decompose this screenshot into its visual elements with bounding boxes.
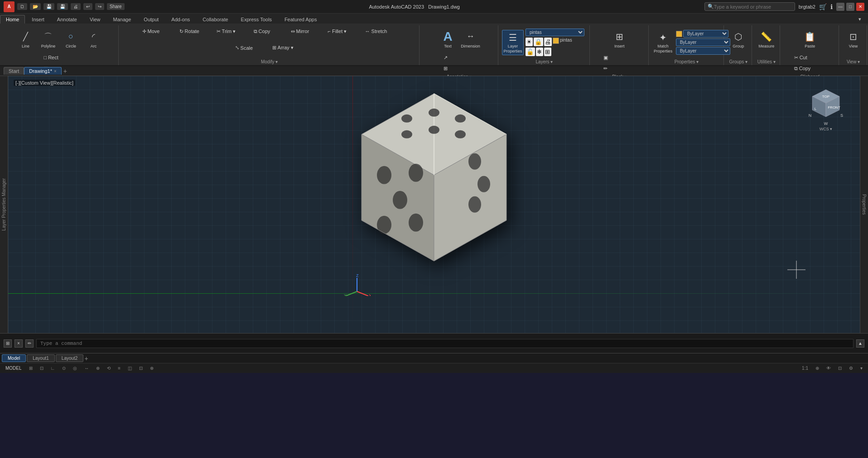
line-button[interactable]: ╱ Line <box>14 26 36 52</box>
layer-icon1-button[interactable]: ☀ <box>526 38 533 46</box>
fillet-button[interactable]: ⌐Fillet ▾ <box>326 26 362 36</box>
maximize-button[interactable]: □ <box>846 3 854 11</box>
tab-featured[interactable]: Featured Apps <box>279 15 323 24</box>
layer-freeze-button[interactable]: ❄ <box>536 48 543 56</box>
copy-button[interactable]: ⧉Copy <box>251 26 288 36</box>
autocad-logo-icon[interactable]: A <box>4 1 14 12</box>
cmd-settings-icon[interactable]: ⊞ <box>4 339 12 348</box>
match-properties-button[interactable]: ✦ MatchProperties <box>652 30 674 55</box>
tab-manage[interactable]: Manage <box>107 15 137 24</box>
viewcube-svg[interactable]: TOP L FRONT W N S WCS ▾ <box>805 85 846 130</box>
command-input[interactable] <box>36 339 854 348</box>
selection-button[interactable]: ⊡ <box>137 365 145 371</box>
rotate-button[interactable]: ↻Rotate <box>177 26 213 36</box>
redo-button[interactable]: ↪ <box>95 3 104 10</box>
annotation-scale-label[interactable]: 1:1 <box>800 365 810 371</box>
model-tab[interactable]: Model <box>2 354 26 362</box>
move-button[interactable]: ✛Move <box>140 26 176 36</box>
group-button[interactable]: ⬡ Group <box>728 26 749 52</box>
cmd-close-button[interactable]: × <box>14 339 23 348</box>
saveas-button[interactable]: 💾 <box>57 3 68 10</box>
close-button[interactable]: ✕ <box>856 3 864 11</box>
polar-button[interactable]: ⊙ <box>60 365 68 371</box>
info-icon[interactable]: ℹ <box>830 3 833 10</box>
mirror-button[interactable]: ⇔Mirror <box>289 26 325 36</box>
array-button[interactable]: ⊞Array ▾ <box>270 43 306 53</box>
rect-button[interactable]: □Rect <box>41 52 77 62</box>
print-button[interactable]: 🖨 <box>71 3 81 10</box>
tab-custom[interactable]: ▾ <box>853 14 867 24</box>
transparency-button[interactable]: ◫ <box>126 365 134 371</box>
save-button[interactable]: 💾 <box>43 3 54 10</box>
left-sidebar-panel[interactable]: Layer Properties Manager <box>0 76 8 333</box>
minimize-button[interactable]: — <box>836 3 844 11</box>
tab-addons[interactable]: Add-ons <box>165 15 196 24</box>
circle-button[interactable]: ○ Circle <box>60 26 82 52</box>
zoom-plus-button[interactable]: ⊕ <box>814 365 821 371</box>
ortho-button[interactable]: ∟ <box>49 365 57 371</box>
arc-button[interactable]: ◜ Arc <box>82 26 104 52</box>
osnap-button[interactable]: ◎ <box>71 365 79 371</box>
new-button[interactable]: 🗋 <box>17 3 27 10</box>
block-edit-button[interactable]: ✏ <box>601 63 637 73</box>
create-block-button[interactable]: ▣ <box>601 52 637 62</box>
workspace-button[interactable]: ⚙ <box>847 365 855 371</box>
grid-button[interactable]: ⊞ <box>27 365 34 371</box>
search-input[interactable] <box>714 4 786 10</box>
paste-button[interactable]: 📋 Paste <box>799 26 821 52</box>
tab-annotate[interactable]: Annotate <box>51 15 83 24</box>
share-button[interactable]: Share <box>107 3 125 10</box>
layer-icon3-button[interactable]: 🖨 <box>544 38 552 46</box>
tab-collaborate[interactable]: Collaborate <box>197 15 234 24</box>
view-button[interactable]: ⊡ View <box>843 26 864 52</box>
viewcube[interactable]: TOP L FRONT W N S WCS ▾ <box>805 85 846 135</box>
model-status-label[interactable]: MODEL <box>4 365 24 371</box>
user-name[interactable]: brgtab2 <box>799 4 815 10</box>
leader-button[interactable]: ↗ <box>441 52 477 62</box>
snap-button[interactable]: ⊡ <box>38 365 45 371</box>
layer-icon2-button[interactable]: 🔒 <box>534 38 543 46</box>
right-sidebar-panel[interactable]: Properties <box>860 76 868 333</box>
add-tab-button[interactable]: + <box>63 67 67 75</box>
store-icon[interactable]: 🛒 <box>819 3 827 10</box>
annotation-visibility-button[interactable]: 👁 <box>825 365 833 371</box>
autoscale-button[interactable]: ⊡ <box>836 365 844 371</box>
add-layout-button[interactable]: + <box>84 355 88 362</box>
tab-home[interactable]: Home <box>0 15 25 24</box>
drawing-tab[interactable]: Drawing1* × <box>24 67 62 75</box>
undo-button[interactable]: ↩ <box>83 3 92 10</box>
cmd-expand-button[interactable]: ▲ <box>856 339 864 348</box>
gizmo-button[interactable]: ⊕ <box>148 365 155 371</box>
insert-block-button[interactable]: ⊞ Insert <box>608 26 630 52</box>
layer-name-dropdown[interactable]: pintas <box>526 29 584 36</box>
stretch-button[interactable]: ↔Stretch <box>363 26 399 36</box>
lineweight-dropdown[interactable]: ByLayer <box>676 47 730 55</box>
copy-clip-button[interactable]: ⧉Copy <box>792 63 828 73</box>
scale-button[interactable]: ⤡Scale <box>233 43 269 53</box>
tab-express[interactable]: Express Tools <box>235 15 278 24</box>
tab-view[interactable]: View <box>84 15 106 24</box>
layer-extra-button[interactable]: ⊞ <box>544 48 551 56</box>
color-dropdown[interactable]: ByLayer <box>683 30 728 38</box>
open-button[interactable]: 📂 <box>30 3 41 10</box>
layer-lock-button[interactable]: 🔓 <box>526 48 535 56</box>
search-box[interactable]: 🔍 <box>704 2 795 11</box>
drawing-canvas[interactable]: [-][Custom View][Realistic] <box>8 76 860 333</box>
start-tab[interactable]: Start <box>4 67 24 75</box>
text-button[interactable]: A Text <box>437 26 459 52</box>
cmd-pencil-icon[interactable]: ✏ <box>25 339 34 348</box>
lineweight-button[interactable]: ≡ <box>116 365 122 371</box>
measure-button[interactable]: 📏 Measure <box>756 26 777 52</box>
dimension-button[interactable]: ↔ Dimension <box>460 26 482 52</box>
table-button[interactable]: ⊞ <box>441 63 477 73</box>
layer-properties-button[interactable]: ☰ LayerProperties <box>502 30 524 55</box>
polyline-button[interactable]: ⌒ Polyline <box>37 26 59 52</box>
layout1-tab[interactable]: Layout1 <box>27 354 55 362</box>
tab-output[interactable]: Output <box>138 15 164 24</box>
dyn-button[interactable]: ⟲ <box>105 365 112 371</box>
drawing-tab-close-icon[interactable]: × <box>54 69 57 74</box>
linetype-dropdown[interactable]: ByLayer <box>676 38 730 46</box>
cut-button[interactable]: ✂Cut <box>792 52 828 62</box>
ducs-button[interactable]: ⊕ <box>94 365 101 371</box>
otrack-button[interactable]: ↔ <box>82 365 91 371</box>
